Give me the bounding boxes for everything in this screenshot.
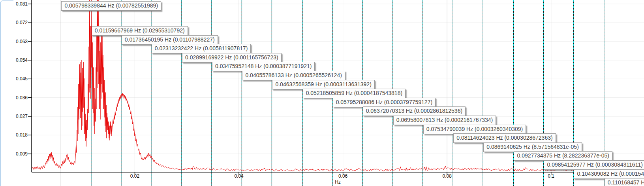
harmonic-cursor-label[interactable]: 0.07534790039 Hz (0.0003260340309) (423, 125, 526, 134)
harmonic-cursor-label[interactable]: 0.04055786133 Hz (0.0005265526124) (242, 71, 345, 80)
y-tick-label: 0.027 (3, 114, 28, 119)
x-tick-label: 0.1 (548, 173, 554, 179)
harmonic-cursor-label[interactable]: 0.104309082 Hz (0.000154 (574, 169, 644, 179)
x-tick-label: 0.04 (234, 173, 243, 179)
y-tick-label: 0.045 (3, 76, 28, 82)
y-tick-label: 0.036 (3, 95, 28, 101)
y-tick-label: 0.063 (3, 39, 28, 44)
harmonic-cursor-label[interactable]: 0.05218505859 Hz (0.0004187543818) (303, 89, 406, 98)
window-corner-border (0, 0, 13, 5)
x-tick-label: 0.06 (338, 173, 347, 179)
harmonic-cursor-label[interactable]: 0.110168457 H (605, 178, 644, 186)
y-tick-label: 0.009 (3, 151, 28, 157)
harmonic-cursor-label[interactable]: 0.06958007813 Hz (0.0002161767334) (393, 116, 496, 125)
harmonic-cursor-label[interactable]: 0.08114624023 Hz (0.0003028672363) (453, 133, 556, 143)
harmonic-cursor-label[interactable]: 0.06372070313 Hz (0.0002861812536) (363, 106, 466, 116)
harmonic-cursor-label[interactable]: 0.02313232422 Hz (0.005811907817) (152, 44, 251, 53)
harmonic-cursor-label[interactable]: 0.02899169922 Hz (0.001165756723) (182, 53, 282, 63)
x-tick-label: 0.02 (130, 173, 139, 179)
window-left-border (0, 2, 1, 186)
x-tick-label: 0.08 (442, 173, 451, 179)
harmonic-cursor-label[interactable]: 0.04632568359 Hz (0.0003113631392) (272, 80, 374, 89)
spectrum-analyzer-window: 0.0810.0720.0630.0540.0450.0360.0270.018… (0, 0, 644, 186)
y-tick-label: 0.054 (3, 57, 28, 63)
harmonic-cursor-label[interactable]: 0.09854125977 Hz (0.0003084311611) (544, 160, 644, 170)
harmonic-cursor-label[interactable]: 0.01736450195 Hz (0.01107988227) (122, 35, 218, 45)
harmonic-cursor-label[interactable]: 0.05795288086 Hz (0.0003797759127) (333, 98, 436, 107)
x-axis-title: Hz (335, 179, 341, 185)
harmonic-cursor-label[interactable]: 0.03475952148 Hz (0.0003877191921) (212, 62, 315, 71)
y-tick-label: 0.072 (3, 20, 28, 25)
harmonic-cursor-label[interactable]: 0.01159667969 Hz (0.02955310792) (92, 26, 188, 36)
y-tick-label: 0.018 (3, 132, 28, 138)
harmonic-cursor-label[interactable]: 0.0869140625 Hz (8.571564831e-05) (483, 142, 582, 152)
harmonic-cursor-label[interactable]: 0.0927734375 Hz (8.282236377e-05) (514, 151, 612, 161)
harmonic-cursor-label[interactable]: 0.005798339844 Hz (0.00782551989) (61, 1, 161, 11)
